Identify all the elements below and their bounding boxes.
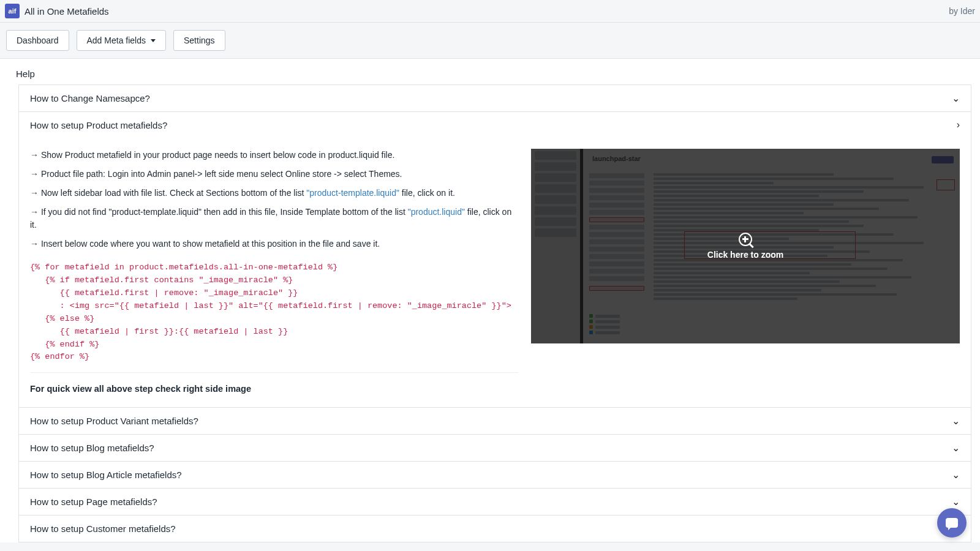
content-area: Help How to Change Namesapce? ⌄ How to s… — [0, 59, 980, 542]
accordion-header[interactable]: How to Change Namesapce? ⌄ — [19, 85, 971, 111]
app-icon: aif — [5, 4, 20, 18]
quick-view-note: For quick view all above step check righ… — [30, 384, 519, 394]
accordion-header[interactable]: How to setup Blog metafields? ⌄ — [19, 435, 971, 461]
accordion-header[interactable]: How to setup Product metafields? › — [19, 112, 971, 138]
chat-widget-button[interactable] — [937, 508, 967, 538]
dashboard-button[interactable]: Dashboard — [6, 30, 69, 51]
app-title: All in One Metafields — [24, 6, 109, 17]
accordion-title: How to setup Product Variant metafields? — [30, 416, 198, 426]
accordion-title: How to setup Blog metafields? — [30, 443, 154, 453]
app-author: by Ider — [949, 6, 975, 16]
chat-icon — [946, 518, 958, 528]
accordion-title: How to Change Namesapce? — [30, 93, 150, 103]
accordion-item-page: How to setup Page metafields? ⌄ — [18, 488, 971, 515]
accordion-title: How to setup Product metafields? — [30, 120, 167, 130]
caret-down-icon — [151, 39, 156, 42]
chevron-down-icon: ⌄ — [952, 496, 960, 508]
accordion-title: How to setup Page metafields? — [30, 497, 157, 507]
zoom-overlay[interactable]: Click here to zoom — [531, 149, 960, 343]
accordion-item-blog-article: How to setup Blog Article metafields? ⌄ — [18, 461, 971, 489]
accordion-header[interactable]: How to setup Page metafields? ⌄ — [19, 489, 971, 515]
product-liquid-link[interactable]: "product.liquid" — [408, 207, 465, 217]
help-accordion: How to Change Namesapce? ⌄ How to setup … — [18, 84, 971, 542]
accordion-item-namespace: How to Change Namesapce? ⌄ — [18, 84, 971, 112]
step-text: → Insert below code where you want to sh… — [30, 238, 519, 250]
topbar-left: aif All in One Metafields — [5, 4, 109, 18]
chevron-down-icon: ⌄ — [952, 92, 960, 104]
step-text: → If you did not find "product-template.… — [30, 206, 519, 231]
product-template-link[interactable]: "product-template.liquid" — [306, 188, 399, 198]
accordion-title: How to setup Customer metafields? — [30, 523, 176, 534]
accordion-item-variant: How to setup Product Variant metafields?… — [18, 407, 971, 435]
add-metafields-button[interactable]: Add Meta fields — [77, 30, 167, 51]
step-text: → Product file path: Login into Admin pa… — [30, 168, 519, 181]
nav-bar: Dashboard Add Meta fields Settings — [0, 23, 980, 59]
top-bar: aif All in One Metafields by Ider — [0, 0, 980, 23]
page-title: Help — [16, 69, 971, 79]
zoom-text: Click here to zoom — [707, 250, 783, 260]
accordion-header[interactable]: How to setup Customer metafields? ⌄ — [19, 515, 971, 542]
accordion-item-product: How to setup Product metafields? › → Sho… — [18, 111, 971, 408]
code-snippet: {% for metafield in product.metafields.a… — [30, 257, 519, 373]
chevron-down-icon: ⌄ — [952, 415, 960, 427]
zoom-in-icon — [739, 233, 752, 246]
accordion-text: → Show Product metafield in your product… — [30, 149, 519, 394]
accordion-header[interactable]: How to setup Product Variant metafields?… — [19, 408, 971, 434]
chevron-right-icon: › — [957, 119, 960, 130]
accordion-item-blog: How to setup Blog metafields? ⌄ — [18, 434, 971, 462]
accordion-header[interactable]: How to setup Blog Article metafields? ⌄ — [19, 462, 971, 488]
accordion-title: How to setup Blog Article metafields? — [30, 470, 182, 480]
accordion-body: → Show Product metafield in your product… — [19, 138, 971, 407]
chevron-down-icon: ⌄ — [952, 442, 960, 454]
step-text: → Now left sidebar load with file list. … — [30, 187, 519, 200]
step-text: → Show Product metafield in your product… — [30, 149, 519, 162]
instruction-image[interactable]: launchpad-star — [531, 149, 960, 343]
chevron-down-icon: ⌄ — [952, 469, 960, 481]
accordion-item-customer: How to setup Customer metafields? ⌄ — [18, 515, 971, 542]
settings-button[interactable]: Settings — [173, 30, 225, 51]
